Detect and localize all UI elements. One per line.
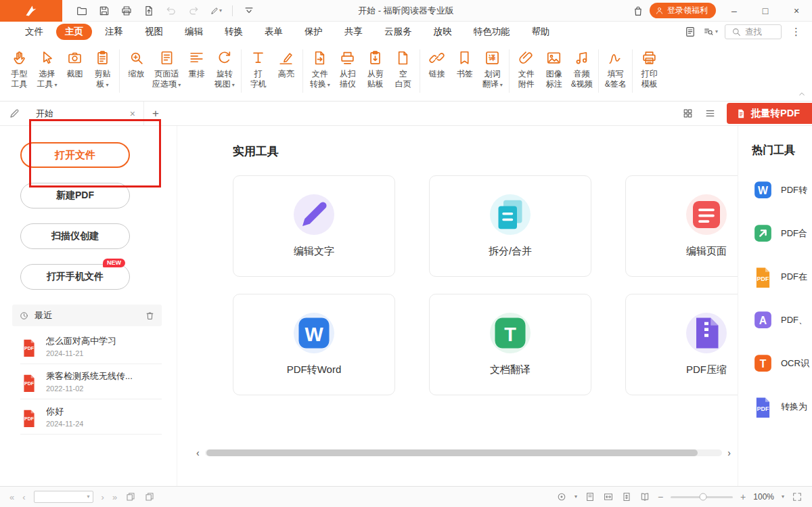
zoom-in-button[interactable]: + — [740, 492, 746, 502]
ribbon-tool-typewriter[interactable]: 打字机 — [244, 47, 272, 100]
menu-item-present[interactable]: 放映 — [425, 24, 461, 40]
ribbon-tool-zoom[interactable]: 缩放 — [122, 47, 150, 100]
book-view-icon[interactable] — [639, 491, 650, 502]
ribbon-tool-file-attachment[interactable]: 文件附件 — [512, 47, 540, 100]
ribbon-tool-fill-sign[interactable]: 填写&签名 — [602, 47, 629, 100]
tab-start[interactable]: 开始 × — [30, 102, 144, 125]
hot-pdf-to-word[interactable]: WPDF转 — [752, 179, 812, 201]
menu-item-share[interactable]: 共享 — [336, 24, 371, 40]
hot-pdf-merge[interactable]: PDF合 — [752, 222, 812, 244]
scrollbar-track[interactable] — [205, 449, 723, 456]
zoom-slider-knob[interactable] — [699, 493, 706, 501]
tab-close-icon[interactable]: × — [129, 108, 137, 119]
scroll-left-icon[interactable]: ‹ — [196, 448, 200, 458]
hot-ocr[interactable]: TOCR识 — [752, 352, 812, 374]
ribbon-tool-from-clipboard[interactable]: 从剪贴板 — [361, 47, 389, 100]
open-folder-icon[interactable] — [76, 5, 88, 17]
print-icon[interactable] — [120, 5, 133, 17]
fullscreen-icon[interactable] — [792, 491, 803, 502]
fit-page-icon[interactable] — [621, 491, 632, 502]
hot-pdf-word-convert[interactable]: APDF、 — [752, 309, 812, 331]
next-view-icon[interactable] — [144, 491, 155, 502]
scrollbar-thumb[interactable] — [206, 449, 698, 456]
login-button[interactable]: 登录领福利 — [650, 3, 716, 18]
tool-card-pdf-to-word[interactable]: WPDF转Word — [233, 294, 395, 395]
maximize-button[interactable]: □ — [752, 0, 778, 22]
redo-icon[interactable] — [187, 5, 200, 17]
ribbon-tool-print-template[interactable]: 打印模板 — [635, 47, 663, 100]
collapse-ribbon-icon[interactable] — [797, 89, 807, 99]
tool-card-doc-translate[interactable]: T文档翻译 — [429, 294, 591, 395]
close-button[interactable]: × — [784, 0, 809, 22]
previous-view-icon[interactable] — [125, 491, 136, 502]
page-number-input[interactable]: ▾ — [34, 491, 93, 503]
first-page-button[interactable]: « — [9, 493, 14, 502]
ribbon-tool-blank-page[interactable]: 空白页 — [389, 47, 417, 100]
zoom-level[interactable]: 100% — [753, 492, 774, 502]
menu-item-file[interactable]: 文件 — [16, 24, 52, 40]
menu-item-cloud[interactable]: 云服务 — [376, 24, 421, 40]
find-input[interactable]: 查找 — [725, 24, 782, 39]
menu-item-comment[interactable]: 注释 — [96, 24, 132, 40]
menu-item-form[interactable]: 表单 — [256, 24, 292, 40]
ribbon-tool-from-scanner[interactable]: 从扫描仪 — [334, 47, 361, 100]
recent-file-item[interactable]: PDF你好2024-11-24 — [20, 399, 162, 435]
ribbon-tool-snapshot[interactable]: 截图 — [61, 47, 89, 100]
menu-item-edit[interactable]: 编辑 — [176, 24, 212, 40]
ribbon-tool-file-convert[interactable]: 文件转换 ▾ — [306, 47, 334, 100]
zoom-slider[interactable] — [671, 496, 733, 498]
prev-page-button[interactable]: ‹ — [22, 493, 25, 502]
ribbon-tool-page-fit-options[interactable]: 页面适应选项 ▾ — [150, 47, 183, 100]
next-page-button[interactable]: › — [102, 493, 104, 502]
scroll-right-icon[interactable]: › — [727, 448, 731, 458]
ribbon-tool-rotate-view[interactable]: 旋转视图 ▾ — [210, 47, 238, 100]
ribbon-tool-link[interactable]: 链接 — [423, 47, 451, 100]
last-page-button[interactable]: » — [112, 493, 117, 502]
open-mobile-file-button[interactable]: 打开手机文件NEW — [20, 264, 130, 290]
ribbon-tool-hand-tool[interactable]: 手型工具 — [5, 47, 33, 100]
reader-mode-icon[interactable] — [684, 26, 696, 38]
ribbon-tool-reflow[interactable]: 重排 — [183, 47, 210, 100]
menu-item-featured[interactable]: 特色功能 — [465, 24, 519, 40]
new-tab-button[interactable]: + — [144, 107, 167, 120]
customize-toolbar-icon[interactable] — [243, 5, 255, 17]
scanner-create-button[interactable]: 扫描仪创建 — [20, 223, 130, 249]
ribbon-tool-image-annotation[interactable]: 图像标注 — [540, 47, 568, 100]
hot-convert-to-pdf[interactable]: PDF转换为 — [752, 395, 812, 418]
save-icon[interactable] — [98, 5, 110, 17]
menu-item-convert[interactable]: 转换 — [216, 24, 252, 40]
ribbon-tool-select-tool[interactable]: 选择工具 ▾ — [33, 47, 61, 100]
ribbon-tool-word-translate[interactable]: 译划词翻译 ▾ — [478, 47, 506, 100]
more-menu-icon[interactable]: ⋮ — [788, 26, 804, 38]
zoom-out-button[interactable]: − — [658, 492, 663, 502]
menu-item-protect[interactable]: 保护 — [296, 24, 332, 40]
tool-card-edit-pages[interactable]: 编辑页面 — [625, 175, 738, 277]
undo-icon[interactable] — [165, 5, 177, 17]
annotation-pencil-icon[interactable] — [8, 107, 21, 120]
select-zoom-icon[interactable] — [556, 491, 567, 502]
ribbon-tool-highlight[interactable]: 高亮 — [272, 47, 300, 100]
pen-tool-icon[interactable]: ▾ — [210, 5, 222, 17]
tool-card-pdf-compress[interactable]: PDF压缩 — [625, 294, 738, 395]
minimize-button[interactable]: – — [721, 0, 747, 22]
recent-file-item[interactable]: PDF怎么面对高中学习2024-11-21 — [20, 329, 162, 364]
menu-item-help[interactable]: 帮助 — [523, 24, 559, 40]
clear-recent-trash-icon[interactable] — [145, 311, 155, 321]
tool-card-edit-text[interactable]: 编辑文字 — [233, 175, 395, 277]
recent-file-item[interactable]: PDF乘客检测系统无线传...2022-11-02 — [20, 364, 162, 399]
foxit-logo[interactable] — [0, 0, 62, 22]
open-file-button[interactable]: 打开文件 — [20, 142, 130, 168]
store-bag-icon[interactable] — [632, 5, 644, 17]
list-view-icon[interactable] — [704, 108, 716, 119]
batch-convert-pdf-button[interactable]: 批量转PDF — [727, 103, 812, 124]
new-pdf-button[interactable]: 新建PDF — [20, 183, 130, 208]
fit-width-icon[interactable] — [603, 491, 614, 502]
ribbon-tool-clipboard[interactable]: 剪贴板 ▾ — [89, 47, 116, 100]
grid-view-icon[interactable] — [682, 108, 694, 119]
menu-item-view[interactable]: 视图 — [136, 24, 172, 40]
hot-pdf-online[interactable]: PDFPDF在 — [752, 265, 812, 288]
ribbon-tool-audio-video[interactable]: 音频&视频 — [568, 47, 595, 100]
tool-card-split-merge[interactable]: 拆分/合并 — [429, 175, 591, 277]
actual-size-icon[interactable] — [585, 491, 595, 502]
export-icon[interactable] — [143, 5, 155, 17]
